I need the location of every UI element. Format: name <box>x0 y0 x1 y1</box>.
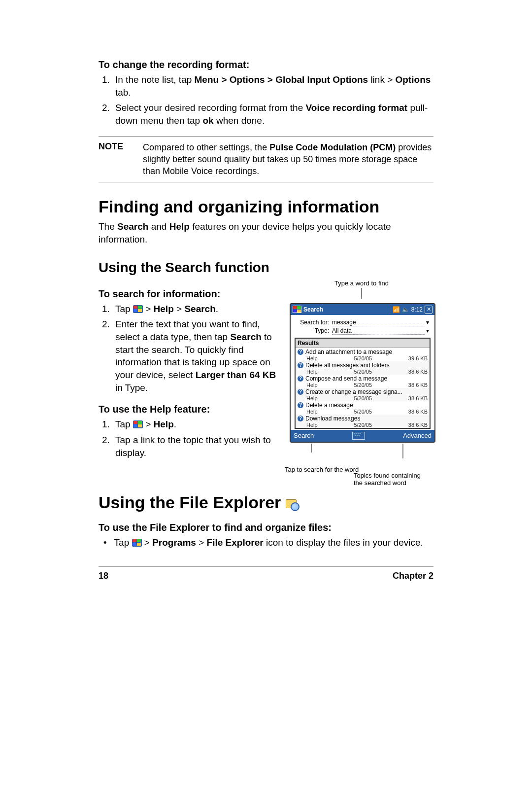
field-label: Type: <box>295 327 332 334</box>
heading-using-search: Using the Search function <box>99 260 433 276</box>
start-icon <box>133 420 143 428</box>
device-bottombar: Search Advanced <box>291 430 434 442</box>
result-row: ?Compose and send a messageHelp5/20/0538… <box>296 375 430 388</box>
soft-key-left: Search <box>294 432 314 439</box>
result-size: 39.6 KB <box>408 355 428 361</box>
result-size: 38.6 KB <box>408 382 428 388</box>
sip-icon <box>352 432 365 440</box>
soft-key-right: Advanced <box>403 432 432 439</box>
result-title: Download messages <box>305 415 360 422</box>
recording-steps: In the note list, tap Menu > Options > G… <box>99 73 433 127</box>
signal-icon: 📶 <box>393 306 400 313</box>
device-screenshot: Search 📶 🔈 8:12 ✕ Search for: message ▾ <box>290 303 435 443</box>
result-row: ?Delete a messageHelp5/20/0538.6 KB <box>296 401 430 415</box>
column-right: Type a word to find Search 📶 🔈 8:12 ✕ <box>290 279 433 463</box>
clock: 8:12 <box>411 306 423 313</box>
list-item: Enter the text that you want to find, se… <box>112 318 284 394</box>
result-row: ?Add an attachment to a messageHelp5/20/… <box>296 348 430 361</box>
note-box: NOTE Compared to other settings, the Pul… <box>99 136 433 183</box>
result-date: 5/20/05 <box>354 395 372 401</box>
result-source: Help <box>306 355 318 361</box>
field-label: Search for: <box>295 319 332 326</box>
result-date: 5/20/05 <box>354 422 372 428</box>
note-text: Compared to other settings, the Pulse Co… <box>143 141 433 177</box>
dropdown-icon: ▾ <box>425 327 431 334</box>
start-icon <box>132 539 142 547</box>
results-panel: Results ?Add an attachment to a messageH… <box>295 338 431 429</box>
help-icon: ? <box>298 416 303 421</box>
close-icon: ✕ <box>425 306 432 314</box>
help-icon: ? <box>298 389 303 395</box>
callout-bottom-right: Topics found containing the searched wor… <box>354 472 437 487</box>
result-size: 38.6 KB <box>408 409 428 415</box>
help-icon: ? <box>298 362 303 368</box>
result-date: 5/20/05 <box>354 409 372 415</box>
help-steps: Tap > Help. Tap a link to the topic that… <box>99 418 284 459</box>
file-explorer-steps: Tap > Programs > File Explorer icon to d… <box>99 536 433 549</box>
chapter-label: Chapter 2 <box>393 571 433 581</box>
help-icon: ? <box>298 376 303 382</box>
start-icon <box>133 305 143 313</box>
results-rows: ?Add an attachment to a messageHelp5/20/… <box>296 348 430 428</box>
device-titlebar: Search 📶 🔈 8:12 ✕ <box>291 304 434 315</box>
callout-top: Type a word to find <box>290 279 433 287</box>
page-number: 18 <box>99 571 108 581</box>
result-title: Compose and send a message <box>305 375 387 382</box>
result-size: 38.6 KB <box>408 422 428 428</box>
titlebar-right: 📶 🔈 8:12 ✕ <box>393 306 432 314</box>
heading-change-recording: To change the recording format: <box>99 59 433 70</box>
app-title: Search <box>303 306 323 313</box>
help-icon: ? <box>298 402 303 408</box>
heading-use-file-explorer: To use the File Explorer to find and org… <box>99 522 433 533</box>
search-steps: Tap > Help > Search. Enter the text that… <box>99 303 284 394</box>
heading-search-info: To search for information: <box>99 288 284 300</box>
list-item: Tap > Programs > File Explorer icon to d… <box>112 536 433 549</box>
heading-file-explorer: Using the File Explorer <box>99 493 433 512</box>
result-row: ?Create or change a message signa...Help… <box>296 388 430 401</box>
result-size: 38.6 KB <box>408 369 428 375</box>
results-header: Results <box>296 339 430 348</box>
callout-bottom-graphic <box>290 444 433 463</box>
list-item: Tap a link to the topic that you wish to… <box>112 434 284 459</box>
result-source: Help <box>306 422 318 428</box>
heading-finding: Finding and organizing information <box>99 197 433 216</box>
result-date: 5/20/05 <box>354 355 372 361</box>
result-date: 5/20/05 <box>354 382 372 388</box>
note-label: NOTE <box>99 141 128 177</box>
list-item: Tap > Help > Search. <box>112 303 284 315</box>
speaker-icon: 🔈 <box>402 306 409 313</box>
callout-line-graphic <box>290 288 433 299</box>
intro-text: The Search and Help features on your dev… <box>99 220 433 245</box>
result-title: Add an attachment to a message <box>305 349 392 355</box>
result-title: Create or change a message signa... <box>305 388 402 395</box>
type-value: All data <box>332 327 425 335</box>
result-date: 5/20/05 <box>354 369 372 375</box>
result-row: ?Delete all messages and foldersHelp5/20… <box>296 361 430 375</box>
dropdown-icon: ▾ <box>425 319 431 326</box>
heading-use-help: To use the Help feature: <box>99 404 284 415</box>
search-for-row: Search for: message ▾ <box>295 319 431 326</box>
search-for-value: message <box>332 319 425 326</box>
list-item: In the note list, tap Menu > Options > G… <box>112 73 433 99</box>
result-source: Help <box>306 395 318 401</box>
page-footer: 18 Chapter 2 <box>99 566 433 581</box>
document-page: To change the recording format: In the n… <box>49 0 483 601</box>
help-icon: ? <box>298 349 303 355</box>
result-title: Delete a message <box>305 402 353 409</box>
result-source: Help <box>306 409 318 415</box>
two-column-layout: To search for information: Tap > Help > … <box>99 279 433 463</box>
list-item: Select your desired recording format fro… <box>112 102 433 127</box>
start-icon <box>293 306 301 313</box>
file-explorer-icon <box>286 498 299 511</box>
result-title: Delete all messages and folders <box>305 362 390 369</box>
result-row: ?Download messagesHelp5/20/0538.6 KB <box>296 415 430 428</box>
result-source: Help <box>306 382 318 388</box>
list-item: Tap > Help. <box>112 418 284 431</box>
device-body: Search for: message ▾ Type: All data ▾ R… <box>291 315 434 430</box>
result-source: Help <box>306 369 318 375</box>
column-left: To search for information: Tap > Help > … <box>99 279 284 462</box>
result-size: 38.6 KB <box>408 395 428 401</box>
type-row: Type: All data ▾ <box>295 327 431 335</box>
